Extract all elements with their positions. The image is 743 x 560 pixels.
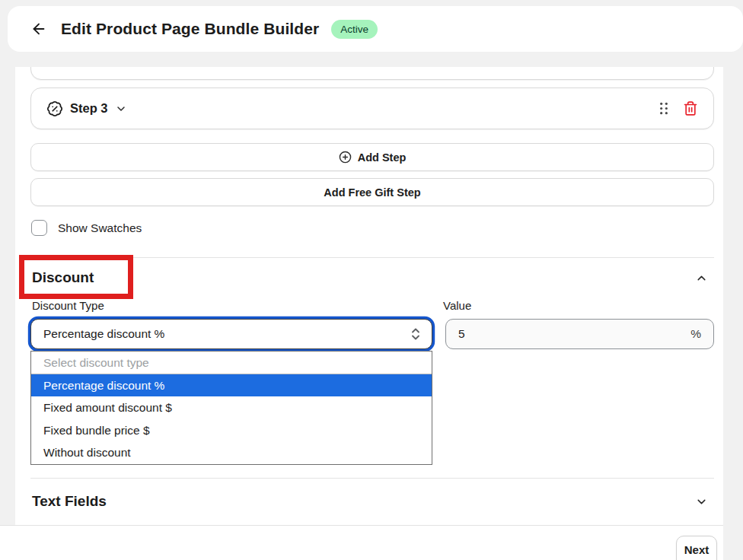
- text-fields-section-title: Text Fields: [32, 493, 107, 510]
- value-field: %: [445, 319, 714, 349]
- page: Edit Product Page Bundle Builder Active …: [0, 0, 743, 560]
- dropdown-option-percentage[interactable]: Percentage discount %: [31, 374, 432, 397]
- show-swatches-row: Show Swatches: [31, 220, 142, 236]
- dropdown-option-fixed-bundle[interactable]: Fixed bundle price $: [31, 419, 432, 442]
- step-card-label: Step 3: [70, 101, 108, 116]
- discount-section-header[interactable]: Discount: [32, 266, 711, 289]
- show-swatches-checkbox[interactable]: [31, 220, 47, 236]
- discount-badge-icon: [46, 100, 63, 117]
- add-step-button[interactable]: Add Step: [30, 143, 714, 171]
- value-input[interactable]: [458, 327, 690, 341]
- step-card[interactable]: Step 3: [30, 88, 714, 129]
- value-suffix: %: [690, 327, 701, 341]
- drag-handle-icon[interactable]: [658, 101, 669, 116]
- discount-type-label: Discount Type: [32, 299, 104, 312]
- dropdown-option-without[interactable]: Without discount: [31, 441, 432, 464]
- chevron-up-icon[interactable]: [695, 272, 708, 285]
- select-stepper-icon: [410, 326, 421, 342]
- step-card-header: Step 3: [46, 100, 127, 117]
- trash-icon[interactable]: [683, 100, 698, 116]
- text-fields-section-header[interactable]: Text Fields: [32, 490, 711, 513]
- main-panel: Step 3 Add Step Add Free Gift Step Show …: [15, 67, 723, 525]
- header: Edit Product Page Bundle Builder Active: [8, 6, 743, 52]
- status-badge: Active: [331, 20, 378, 39]
- plus-circle-icon: [339, 151, 352, 164]
- chevron-down-icon[interactable]: [695, 495, 708, 508]
- show-swatches-label: Show Swatches: [58, 221, 142, 235]
- add-step-label: Add Step: [358, 151, 407, 164]
- back-arrow-icon[interactable]: [30, 20, 49, 38]
- discount-section-title: Discount: [32, 269, 94, 286]
- value-label: Value: [443, 299, 471, 312]
- add-free-gift-step-button[interactable]: Add Free Gift Step: [30, 178, 714, 206]
- divider: [30, 257, 714, 258]
- step-card-partial[interactable]: [30, 67, 714, 80]
- page-title: Edit Product Page Bundle Builder: [61, 20, 319, 38]
- add-free-gift-label: Add Free Gift Step: [324, 186, 420, 199]
- dropdown-option-fixed-amount[interactable]: Fixed amount discount $: [31, 396, 432, 419]
- divider: [30, 478, 714, 479]
- discount-type-dropdown: Select discount type Percentage discount…: [30, 351, 432, 465]
- chevron-down-icon[interactable]: [115, 103, 127, 115]
- discount-type-selected-value: Percentage discount %: [43, 327, 164, 341]
- footer-bar: [0, 525, 723, 560]
- discount-type-select[interactable]: Percentage discount %: [30, 319, 432, 349]
- next-button[interactable]: Next: [676, 536, 717, 560]
- dropdown-option-placeholder[interactable]: Select discount type: [31, 352, 432, 374]
